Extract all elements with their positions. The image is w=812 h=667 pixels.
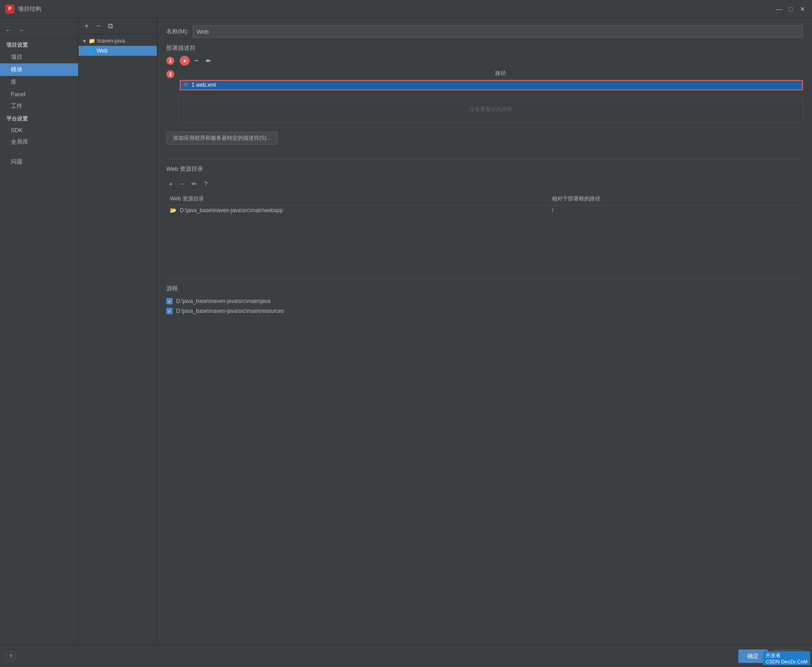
- sidebar-item-facet[interactable]: Facet: [0, 89, 78, 100]
- tree-toolbar: + − ⧉: [79, 18, 157, 34]
- web-module-icon: 🌐: [88, 48, 94, 54]
- tree-remove-button[interactable]: −: [94, 22, 103, 31]
- nav-bar: ← →: [0, 22, 78, 39]
- resource-path-value: /: [548, 205, 803, 216]
- resource-col-dir: Web 资源目录: [166, 193, 548, 205]
- tree-item-web[interactable]: 🌐 Web: [79, 46, 157, 56]
- add-descriptor-button[interactable]: 添加应用程序和服务器特定的描述符(S)...: [166, 132, 278, 145]
- tree-group-label: maven-java: [97, 38, 125, 44]
- title-bar: P 项目结构 — □ ✕: [0, 0, 812, 18]
- maximize-button[interactable]: □: [787, 5, 795, 13]
- folder-icon: 📁: [89, 38, 95, 44]
- folder-blue-icon: 📂: [170, 207, 177, 213]
- sidebar-item-project[interactable]: 项目: [0, 51, 78, 63]
- resource-help-button[interactable]: ?: [201, 179, 210, 188]
- resource-col-path: 相对于部署根的路径: [548, 193, 803, 205]
- descriptor-remove-button[interactable]: −: [191, 56, 201, 66]
- source-root-checkbox-1[interactable]: [166, 298, 173, 304]
- badge-1: 1: [166, 57, 174, 65]
- resource-add-button[interactable]: +: [166, 179, 175, 188]
- module-tree-panel: + − ⧉ ▼ 📁 maven-java 🌐 Web: [79, 18, 157, 645]
- web-resource-dir-title: Web 资源目录: [166, 165, 803, 173]
- section-title-platform-settings: 平台设置: [0, 112, 78, 125]
- tree-group-header[interactable]: ▼ 📁 maven-java: [79, 36, 157, 46]
- source-root-title: 源根: [166, 285, 803, 293]
- close-button[interactable]: ✕: [799, 5, 807, 13]
- sidebar-item-sdk[interactable]: SDK: [0, 125, 78, 136]
- sidebar-item-artifact[interactable]: 工件: [0, 100, 78, 112]
- app-icon: P: [5, 4, 14, 13]
- resource-row[interactable]: 📂 D:\java_base\maven-java\src\main\webap…: [166, 205, 803, 216]
- tree-content: ▼ 📁 maven-java 🌐 Web: [79, 34, 157, 645]
- source-root-path-1: D:\java_base\maven-java\src\main\java: [176, 298, 270, 304]
- csdn-watermark: 开发者CSDN DevZe.CoM: [763, 651, 810, 665]
- back-button[interactable]: ←: [4, 25, 13, 35]
- badge-2: 2: [166, 70, 174, 78]
- name-row: 名称(M):: [166, 25, 803, 38]
- descriptor-webxml-name: ⚙ 1 web.xml: [180, 80, 492, 90]
- descriptor-col-name: [180, 67, 492, 80]
- bottom-bar: 确定 取消: [0, 645, 812, 667]
- source-root-item-2: D:\java_base\maven-java\src\main\resourc…: [166, 306, 803, 316]
- sidebar-item-module[interactable]: 模块: [0, 63, 78, 76]
- descriptor-col-path: 路径: [492, 67, 803, 80]
- source-root-checkbox-2[interactable]: [166, 308, 173, 314]
- resource-edit-button[interactable]: ✏: [190, 179, 199, 188]
- tree-copy-button[interactable]: ⧉: [106, 22, 115, 31]
- tree-group-maven: ▼ 📁 maven-java 🌐 Web: [79, 34, 157, 58]
- deploy-descriptor-title: 部署描述符: [166, 44, 803, 52]
- resource-table: Web 资源目录 相对于部署根的路径 📂 D:\java_base\maven-…: [166, 193, 803, 216]
- source-root-path-2: D:\java_base\maven-java\src\main\resourc…: [176, 308, 284, 314]
- resource-remove-button[interactable]: −: [178, 179, 187, 188]
- name-label: 名称(M):: [166, 27, 188, 36]
- descriptor-edit-button[interactable]: ✏: [203, 56, 213, 66]
- window-controls: — □ ✕: [775, 5, 807, 13]
- descriptor-table: 路径 ⚙ 1 web.xml: [180, 67, 803, 90]
- section-divider-2: [166, 279, 803, 279]
- content-area: 名称(M): 部署描述符 1 + − ✏ 2 路径: [157, 18, 812, 645]
- resource-dir-value: 📂 D:\java_base\maven-java\src\main\webap…: [166, 205, 548, 216]
- name-input[interactable]: [193, 25, 803, 38]
- forward-button[interactable]: →: [16, 25, 26, 35]
- project-sidebar: ← → 项目设置 项目 模块 库 Facet 工件 平台设置 SDK 全局库 问…: [0, 18, 79, 645]
- window-title: 项目结构: [18, 5, 41, 13]
- sidebar-item-library[interactable]: 库: [0, 76, 78, 89]
- descriptor-webxml-path: [492, 80, 803, 90]
- tree-expand-arrow: ▼: [82, 39, 87, 44]
- minimize-button[interactable]: —: [775, 5, 783, 13]
- xml-icon: ⚙: [183, 82, 188, 88]
- section-divider-1: [166, 159, 803, 160]
- help-button[interactable]: ?: [5, 651, 16, 662]
- section-title-project-settings: 项目设置: [0, 39, 78, 51]
- tree-add-button[interactable]: +: [82, 22, 91, 31]
- resource-toolbar: + − ✏ ?: [166, 177, 803, 191]
- descriptor-webxml-label: 1 web.xml: [191, 82, 216, 88]
- sidebar-item-global-library[interactable]: 全局库: [0, 136, 78, 148]
- source-root-item-1: D:\java_base\maven-java\src\main\java: [166, 296, 803, 306]
- no-content-label: 没有要显示的内容: [460, 97, 521, 122]
- sidebar-item-problems[interactable]: 问题: [0, 156, 78, 168]
- descriptor-row-webxml[interactable]: ⚙ 1 web.xml: [180, 80, 803, 90]
- tree-item-web-label: Web: [97, 48, 107, 54]
- descriptor-add-button[interactable]: +: [180, 56, 190, 66]
